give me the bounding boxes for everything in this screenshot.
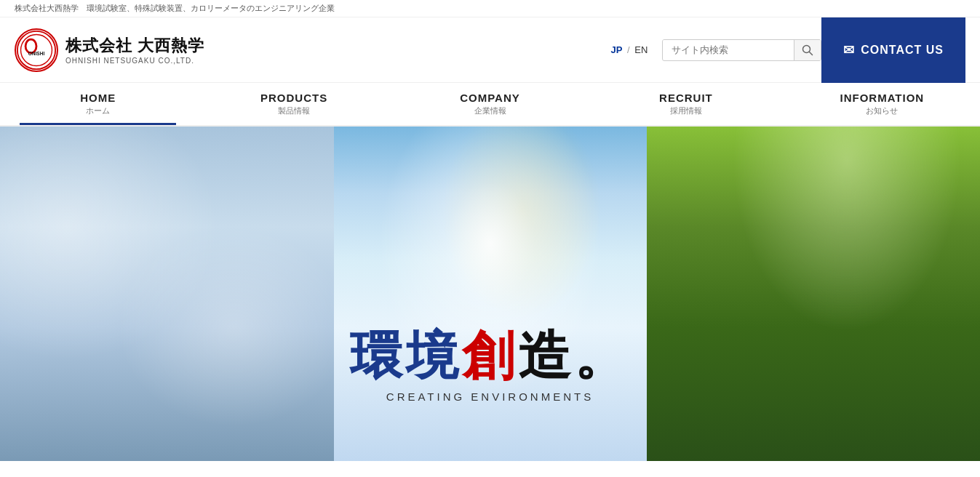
svg-line-14 [14, 214, 45, 236]
nav-information-jp: お知らせ [866, 105, 898, 116]
svg-point-85 [754, 152, 849, 217]
svg-line-5 [810, 52, 813, 55]
search-area [662, 39, 821, 61]
nav-products[interactable]: PRODUCTS 製品情報 [196, 83, 391, 125]
logo-circle: ONISHI [15, 28, 58, 72]
svg-point-87 [850, 159, 959, 239]
nav-company[interactable]: COMPANY 企業情報 [392, 83, 588, 125]
svg-rect-82 [741, 199, 746, 461]
lang-sep: / [627, 44, 630, 55]
svg-line-15 [45, 210, 79, 236]
svg-rect-80 [901, 185, 908, 461]
svg-line-28 [152, 228, 191, 243]
svg-rect-73 [795, 127, 808, 461]
nav-products-jp: 製品情報 [278, 105, 310, 116]
svg-point-40 [158, 140, 162, 143]
svg-rect-13 [276, 192, 280, 461]
nav-home-en: HOME [80, 92, 116, 104]
svg-rect-70 [647, 127, 981, 461]
svg-point-35 [84, 195, 104, 201]
svg-line-21 [132, 196, 174, 221]
svg-point-67 [511, 212, 528, 230]
svg-point-94 [693, 130, 730, 152]
svg-point-41 [216, 158, 219, 161]
nav-company-en: COMPANY [460, 92, 520, 104]
svg-point-51 [334, 207, 450, 279]
lang-jp[interactable]: JP [610, 44, 622, 55]
svg-point-77 [796, 357, 805, 361]
winter-scene-svg [0, 127, 334, 461]
nav-home[interactable]: HOME ホーム [0, 83, 196, 125]
svg-line-16 [7, 257, 45, 272]
nav-recruit-en: RECRUIT [659, 92, 713, 104]
header-right: JP / EN [610, 39, 821, 61]
svg-point-68 [334, 403, 501, 461]
svg-rect-12 [232, 228, 235, 461]
hero-sky-panel: 環境創造。 CREATING ENVIRONMENTS [334, 127, 647, 461]
nav-home-jp: ホーム [86, 105, 110, 116]
svg-rect-83 [937, 170, 944, 461]
svg-point-93 [799, 135, 842, 161]
svg-point-95 [888, 133, 928, 156]
svg-point-90 [802, 128, 883, 183]
svg-line-19 [45, 294, 81, 308]
main-nav: HOME ホーム PRODUCTS 製品情報 COMPANY 企業情報 RECR… [0, 83, 980, 127]
svg-line-24 [94, 294, 132, 308]
svg-point-91 [647, 127, 733, 170]
top-bar: 株式会社大西熱学 環境試験室、特殊試験装置、カロリーメータのエンジニアリング企業 [0, 0, 980, 17]
svg-line-29 [191, 225, 228, 243]
hero-text: 環境創造。 CREATING ENVIRONMENTS [350, 329, 630, 403]
logo-area: ONISHI 株式会社 大西熱学 OHNISHI NETSUGAKU CO.,L… [15, 28, 610, 72]
search-button[interactable] [794, 40, 821, 60]
hero-subtitle: CREATING ENVIRONMENTS [350, 390, 630, 403]
nav-information[interactable]: INFORMATION お知らせ [784, 83, 980, 125]
svg-line-63 [465, 148, 519, 221]
svg-point-34 [0, 254, 14, 258]
svg-rect-8 [43, 185, 47, 461]
svg-point-44 [34, 343, 37, 346]
svg-point-45 [143, 380, 147, 383]
svg-point-74 [797, 183, 806, 187]
svg-rect-81 [903, 185, 907, 461]
svg-rect-79 [692, 163, 696, 461]
svg-line-31 [191, 268, 226, 286]
contact-button[interactable]: ✉ CONTACT US [821, 17, 965, 83]
lang-en[interactable]: EN [634, 44, 648, 55]
svg-point-37 [19, 161, 23, 165]
svg-point-46 [252, 329, 255, 332]
kanji-red: 創 [462, 326, 518, 385]
svg-rect-6 [0, 127, 334, 461]
kanji-dark: 造。 [518, 326, 630, 385]
nav-recruit[interactable]: RECRUIT 採用情報 [588, 83, 784, 125]
svg-point-42 [259, 143, 263, 147]
nav-products-en: PRODUCTS [260, 92, 327, 104]
svg-line-26 [57, 243, 89, 257]
svg-line-22 [90, 246, 132, 265]
top-bar-text: 株式会社大西熱学 環境試験室、特殊試験装置、カロリーメータのエンジニアリング企業 [15, 4, 335, 12]
svg-point-52 [523, 210, 647, 290]
svg-rect-47 [334, 127, 647, 461]
svg-point-75 [794, 241, 804, 245]
hero-winter-panel [0, 127, 334, 461]
svg-line-27 [89, 239, 119, 257]
svg-point-76 [801, 300, 808, 303]
svg-point-50 [443, 203, 632, 326]
svg-line-23 [132, 243, 178, 265]
mail-icon: ✉ [843, 42, 855, 58]
svg-line-17 [45, 254, 83, 272]
svg-point-89 [726, 137, 799, 188]
svg-line-20 [94, 199, 132, 221]
svg-line-18 [10, 297, 45, 308]
svg-rect-96 [647, 403, 981, 461]
contact-label: CONTACT US [861, 44, 944, 57]
svg-line-25 [132, 290, 174, 308]
svg-line-60 [546, 247, 554, 255]
search-input[interactable] [663, 40, 794, 60]
svg-point-84 [740, 170, 864, 257]
svg-rect-9 [87, 214, 90, 461]
svg-text:ONISHI: ONISHI [28, 51, 45, 56]
hero-section: 環境創造。 CREATING ENVIRONMENTS [0, 127, 980, 461]
svg-point-88 [893, 148, 980, 221]
svg-line-64 [519, 148, 574, 221]
svg-point-43 [303, 169, 306, 172]
